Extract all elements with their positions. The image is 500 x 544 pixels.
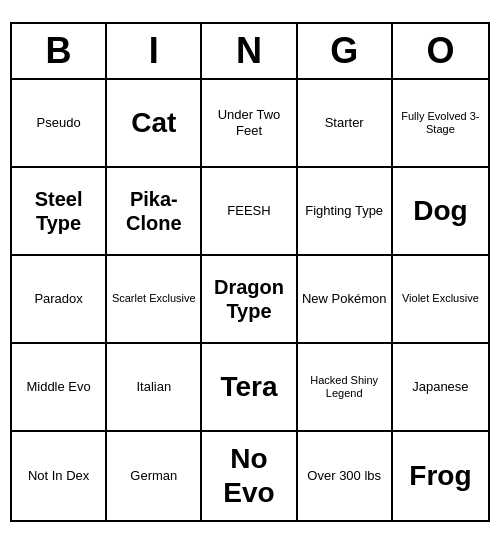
header-letter-b: B [12, 24, 107, 78]
cell-text-13: New Pokémon [302, 291, 387, 307]
bingo-cell-10: Paradox [12, 256, 107, 344]
bingo-cell-6: Pika-Clone [107, 168, 202, 256]
bingo-cell-0: Pseudo [12, 80, 107, 168]
bingo-cell-22: No Evo [202, 432, 297, 520]
cell-text-7: FEESH [227, 203, 270, 219]
cell-text-6: Pika-Clone [111, 187, 196, 235]
bingo-cell-7: FEESH [202, 168, 297, 256]
cell-text-5: Steel Type [16, 187, 101, 235]
bingo-cell-13: New Pokémon [298, 256, 393, 344]
bingo-cell-14: Violet Exclusive [393, 256, 488, 344]
cell-text-12: Dragon Type [206, 275, 291, 323]
cell-text-4: Fully Evolved 3-Stage [397, 110, 484, 136]
bingo-cell-2: Under Two Feet [202, 80, 297, 168]
bingo-cell-15: Middle Evo [12, 344, 107, 432]
header-letter-n: N [202, 24, 297, 78]
bingo-cell-8: Fighting Type [298, 168, 393, 256]
cell-text-21: German [130, 468, 177, 484]
bingo-header: BINGO [12, 24, 488, 80]
bingo-cell-18: Hacked Shiny Legend [298, 344, 393, 432]
bingo-cell-21: German [107, 432, 202, 520]
cell-text-14: Violet Exclusive [402, 292, 479, 305]
header-letter-o: O [393, 24, 488, 78]
bingo-cell-16: Italian [107, 344, 202, 432]
cell-text-0: Pseudo [37, 115, 81, 131]
cell-text-17: Tera [220, 370, 277, 404]
header-letter-g: G [298, 24, 393, 78]
bingo-cell-1: Cat [107, 80, 202, 168]
cell-text-19: Japanese [412, 379, 468, 395]
cell-text-18: Hacked Shiny Legend [302, 374, 387, 400]
bingo-cell-3: Starter [298, 80, 393, 168]
cell-text-24: Frog [409, 459, 471, 493]
cell-text-22: No Evo [206, 442, 291, 509]
cell-text-11: Scarlet Exclusive [112, 292, 196, 305]
bingo-cell-19: Japanese [393, 344, 488, 432]
cell-text-23: Over 300 lbs [307, 468, 381, 484]
bingo-card: BINGO PseudoCatUnder Two FeetStarterFull… [10, 22, 490, 522]
bingo-cell-4: Fully Evolved 3-Stage [393, 80, 488, 168]
cell-text-2: Under Two Feet [206, 107, 291, 138]
cell-text-8: Fighting Type [305, 203, 383, 219]
bingo-grid: PseudoCatUnder Two FeetStarterFully Evol… [12, 80, 488, 520]
cell-text-3: Starter [325, 115, 364, 131]
bingo-cell-20: Not In Dex [12, 432, 107, 520]
cell-text-15: Middle Evo [26, 379, 90, 395]
cell-text-9: Dog [413, 194, 467, 228]
bingo-cell-5: Steel Type [12, 168, 107, 256]
cell-text-10: Paradox [34, 291, 82, 307]
bingo-cell-23: Over 300 lbs [298, 432, 393, 520]
bingo-cell-9: Dog [393, 168, 488, 256]
bingo-cell-17: Tera [202, 344, 297, 432]
cell-text-1: Cat [131, 106, 176, 140]
cell-text-20: Not In Dex [28, 468, 89, 484]
cell-text-16: Italian [136, 379, 171, 395]
header-letter-i: I [107, 24, 202, 78]
bingo-cell-12: Dragon Type [202, 256, 297, 344]
bingo-cell-11: Scarlet Exclusive [107, 256, 202, 344]
bingo-cell-24: Frog [393, 432, 488, 520]
